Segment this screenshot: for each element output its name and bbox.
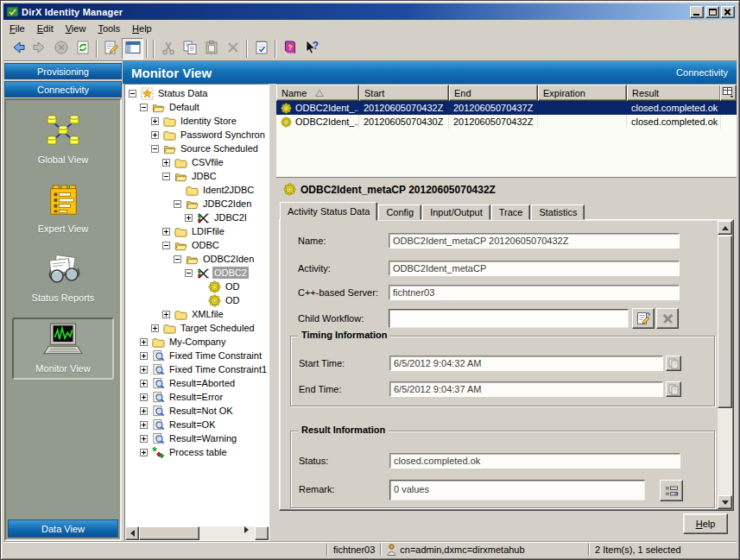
start-time-field[interactable]: 6/5/2012 9:04:32 AM xyxy=(389,356,663,371)
scroll-thumb[interactable] xyxy=(718,236,732,408)
scroll-right-button[interactable] xyxy=(255,526,269,540)
expand-plus-icon[interactable] xyxy=(140,393,148,401)
collapse-minus-icon[interactable] xyxy=(162,242,170,249)
menu-file[interactable]: File xyxy=(3,22,31,35)
expand-plus-icon[interactable] xyxy=(151,131,159,139)
detail-vertical-scrollbar[interactable] xyxy=(718,221,732,509)
expand-plus-icon[interactable] xyxy=(140,421,148,429)
column-header-result[interactable]: Result xyxy=(627,85,721,101)
tree-item-result-not-ok-23[interactable]: Result=Not OK xyxy=(125,404,269,418)
expand-plus-icon[interactable] xyxy=(151,117,159,125)
toolbar-refresh-button[interactable] xyxy=(72,38,93,60)
menu-help[interactable]: Help xyxy=(126,22,158,35)
tree-item-ident2jdbc-7[interactable]: Ident2JDBC xyxy=(125,183,269,197)
collapse-minus-icon[interactable] xyxy=(151,145,159,153)
expand-plus-icon[interactable] xyxy=(162,228,170,236)
tab-activity-status-data[interactable]: Activity Status Data xyxy=(280,202,377,221)
expand-plus-icon[interactable] xyxy=(140,380,148,387)
activity-field[interactable]: ODBC2Ident_metaCP xyxy=(389,261,680,276)
tree-item-odbc-11[interactable]: ODBC xyxy=(125,238,269,252)
tree-item-od-15[interactable]: OD xyxy=(125,293,269,307)
toolbar-panel-toggle-button[interactable] xyxy=(122,38,143,60)
status-field[interactable]: closed.completed.ok xyxy=(389,453,680,469)
toolbar-book-button[interactable]: ? xyxy=(279,38,300,60)
tree-item-status-data-0[interactable]: Status Data xyxy=(125,86,269,100)
expand-plus-icon[interactable] xyxy=(162,311,170,318)
menu-edit[interactable]: Edit xyxy=(31,22,60,35)
tree-item-my-company-18[interactable]: My-Company xyxy=(125,335,269,349)
expand-plus-icon[interactable] xyxy=(140,449,148,456)
collapse-minus-icon[interactable] xyxy=(174,200,181,208)
toolbar-notes-button[interactable] xyxy=(250,38,272,60)
close-button[interactable] xyxy=(721,6,735,18)
tab-trace[interactable]: Trace xyxy=(491,204,531,220)
tab-input-output[interactable]: Input/Output xyxy=(422,204,490,220)
remark-edit-button[interactable] xyxy=(660,480,683,501)
sidebar-tab-data-view[interactable]: Data View xyxy=(8,519,118,538)
collapse-minus-icon[interactable] xyxy=(162,173,170,180)
toolbar-context-help-button[interactable]: ? xyxy=(300,38,322,60)
sidebar-view-status-reports[interactable]: Status Reports xyxy=(12,249,114,307)
tree-item-result-ok-24[interactable]: Result=OK xyxy=(125,418,269,431)
sidebar-view-expert-view[interactable]: Expert View xyxy=(12,179,114,238)
expand-plus-icon[interactable] xyxy=(140,407,148,415)
menu-view[interactable]: View xyxy=(60,22,92,35)
collapse-minus-icon[interactable] xyxy=(174,255,181,263)
column-header-end[interactable]: End xyxy=(449,85,538,101)
remark-field[interactable]: 0 values xyxy=(389,480,645,500)
scroll-up-button[interactable] xyxy=(718,221,732,235)
column-header-start[interactable]: Start xyxy=(359,85,449,101)
toolbar-copy-button[interactable] xyxy=(179,38,200,60)
end-time-picker-button[interactable]: ? xyxy=(666,381,681,397)
column-header-expiration[interactable]: Expiration xyxy=(538,85,627,101)
maximize-button[interactable] xyxy=(705,6,719,18)
sidebar-view-global-view[interactable]: Global View xyxy=(12,110,114,169)
tree-item-ldiffile-10[interactable]: LDIFfile xyxy=(125,224,269,238)
expand-plus-icon[interactable] xyxy=(151,324,159,332)
expand-plus-icon[interactable] xyxy=(140,352,148,360)
tree-item-password-synchron-3[interactable]: Password Synchron xyxy=(125,128,269,142)
tree-splitter[interactable] xyxy=(270,84,276,541)
toolbar-back-button[interactable] xyxy=(7,38,28,60)
column-header-name[interactable]: Name xyxy=(276,85,359,101)
start-time-picker-button[interactable]: ? xyxy=(666,356,681,371)
tree-item-jdbc-6[interactable]: JDBC xyxy=(125,169,269,183)
end-time-field[interactable]: 6/5/2012 9:04:37 AM xyxy=(389,381,663,397)
tree-item-xmlfile-16[interactable]: XMLfile xyxy=(125,307,269,321)
tree-item-od-14[interactable]: OD xyxy=(125,280,269,293)
tree-item-odbc2iden-12[interactable]: ODBC2Iden xyxy=(125,252,269,266)
name-field[interactable]: ODBC2Ident_metaCP 20120605070432Z xyxy=(389,233,680,249)
tree-item-default-1[interactable]: Default xyxy=(125,100,269,114)
tree-item-target-scheduled-17[interactable]: Target Scheduled xyxy=(125,321,269,335)
expand-plus-icon[interactable] xyxy=(140,366,148,374)
child-workflow-field[interactable] xyxy=(389,309,629,328)
collapse-minus-icon[interactable] xyxy=(129,90,136,98)
sidebar-view-monitor-view[interactable]: Monitor View xyxy=(12,318,114,380)
collapse-minus-icon[interactable] xyxy=(185,269,193,277)
scroll-thumb[interactable] xyxy=(139,526,199,540)
tree-horizontal-scrollbar[interactable] xyxy=(125,526,269,540)
collapse-minus-icon[interactable] xyxy=(140,104,148,111)
tree-item-identity-store-2[interactable]: Identity Store xyxy=(125,114,269,128)
sidebar-tab-connectivity[interactable]: Connectivity xyxy=(4,81,122,98)
tab-config[interactable]: Config xyxy=(378,204,421,220)
title-bar[interactable]: DirX Identity Manager xyxy=(3,3,737,20)
scroll-left-button[interactable] xyxy=(125,526,139,540)
tree-item-process-table-26[interactable]: Process table xyxy=(125,445,269,459)
child-workflow-clear-button[interactable] xyxy=(656,308,679,329)
tree-item-fixed-time-constraint1-20[interactable]: Fixed Time Constraint1 xyxy=(125,362,269,376)
tab-statistics[interactable]: Statistics xyxy=(531,204,585,220)
tree-item-result-error-22[interactable]: Result=Error xyxy=(125,390,269,404)
server-field[interactable]: fichtner03 xyxy=(389,285,680,300)
minimize-button[interactable] xyxy=(690,6,704,18)
scroll-down-button[interactable] xyxy=(718,495,732,509)
tree-item-fixed-time-constraint-19[interactable]: Fixed Time Constraint xyxy=(125,349,269,362)
tree-item-source-scheduled-4[interactable]: Source Scheduled xyxy=(125,142,269,155)
menu-tools[interactable]: Tools xyxy=(92,22,126,35)
table-row-0[interactable]: ODBC2Ident_...20120605070432Z20120605070… xyxy=(276,101,737,115)
sidebar-tab-provisioning[interactable]: Provisioning xyxy=(4,63,122,79)
expand-plus-icon[interactable] xyxy=(140,435,148,443)
table-row-1[interactable]: ODBC2Ident_...20120605070430Z20120605070… xyxy=(276,115,737,129)
tree-item-result-warning-25[interactable]: Result=Warning xyxy=(125,431,269,445)
column-picker-button[interactable] xyxy=(720,85,737,101)
